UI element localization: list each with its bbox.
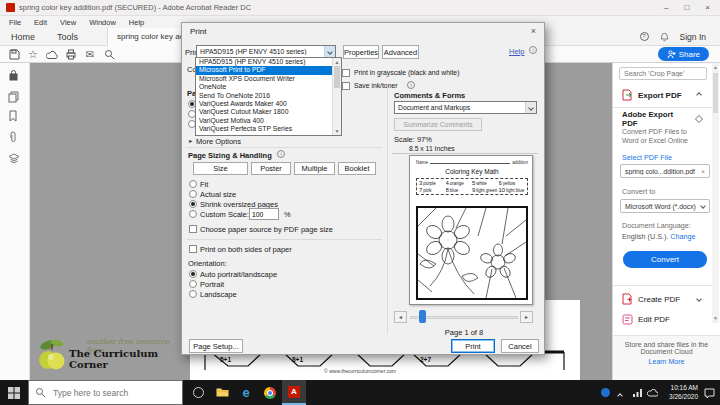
export-pdf-icon	[622, 89, 633, 101]
printer-option-selected[interactable]: Microsoft Print to PDF	[196, 66, 341, 74]
scrollbar-thumb[interactable]	[334, 66, 340, 88]
tab-home[interactable]: Home	[0, 28, 46, 46]
summarize-comments-button[interactable]: Summarize Comments	[394, 118, 482, 131]
dialog-close-icon[interactable]: ×	[531, 26, 536, 36]
save-button[interactable]	[6, 48, 22, 61]
portrait-radio[interactable]	[189, 280, 197, 288]
print-button[interactable]: Print	[451, 339, 495, 353]
menu-view[interactable]: View	[60, 18, 76, 27]
actual-size-radio[interactable]	[189, 190, 197, 198]
printer-option[interactable]: VariQuest Awards Maker 400	[196, 100, 341, 108]
scroll-up-icon[interactable]: ▲	[712, 64, 719, 70]
sign-in-link[interactable]: Sign In	[680, 32, 706, 42]
page-thumbnails-icon[interactable]	[8, 91, 19, 105]
printer-option[interactable]: Microsoft XPS Document Writer	[196, 75, 341, 83]
printer-list-scrollbar[interactable]: ▲ ▼	[332, 58, 341, 135]
next-page-button[interactable]: ►	[520, 311, 533, 323]
scroll-down-icon[interactable]: ▼	[712, 315, 719, 321]
maximize-button[interactable]: □	[684, 3, 689, 12]
menu-window[interactable]: Window	[89, 18, 116, 27]
menu-file[interactable]: File	[9, 18, 21, 27]
favorite-button[interactable]: ☆	[25, 48, 41, 61]
custom-scale-radio[interactable]	[189, 210, 197, 218]
file-explorer-button[interactable]	[210, 380, 234, 405]
help-link[interactable]: Help	[509, 47, 524, 56]
onedrive-icon[interactable]	[647, 388, 658, 397]
learn-more-link[interactable]: Learn More	[613, 358, 720, 365]
page-slider-track[interactable]	[410, 316, 518, 319]
properties-button[interactable]: Properties	[343, 45, 379, 59]
chrome-button[interactable]	[258, 380, 282, 405]
booklet-button[interactable]: Booklet	[338, 162, 376, 175]
clock[interactable]: 10:16 AM 3/26/2020	[669, 383, 698, 401]
change-language-link[interactable]: Change	[670, 232, 695, 241]
menu-edit[interactable]: Edit	[34, 18, 47, 27]
printer-option[interactable]: Send To OneNote 2016	[196, 92, 341, 100]
tray-expand-icon[interactable]	[618, 391, 622, 400]
fit-radio[interactable]	[189, 180, 197, 188]
scrollbar-thumb[interactable]	[713, 73, 718, 113]
help-icon[interactable]: ?	[640, 32, 649, 41]
format-dropdown[interactable]: Microsoft Word (*.docx)	[620, 199, 710, 213]
select-pdf-file-link[interactable]: Select PDF File	[622, 153, 672, 162]
create-pdf-tool[interactable]: Create PDF	[613, 291, 713, 307]
share-button[interactable]: Share	[658, 47, 709, 61]
comments-forms-dropdown[interactable]: Document and Markups	[394, 101, 537, 114]
page-slider-thumb[interactable]	[419, 310, 426, 323]
sidebar-scrollbar[interactable]: ▲ ▼	[712, 63, 719, 323]
export-pdf-tool[interactable]: Export PDF	[613, 87, 713, 103]
taskbar-search-input[interactable]	[28, 380, 183, 405]
paper-source-checkbox[interactable]	[189, 225, 197, 233]
attachments-icon[interactable]	[8, 131, 18, 146]
close-button[interactable]: ×	[705, 3, 710, 12]
custom-scale-input[interactable]	[249, 208, 279, 220]
grayscale-checkbox[interactable]	[342, 69, 350, 77]
poster-button[interactable]: Poster	[251, 162, 291, 175]
bell-icon[interactable]	[660, 32, 669, 42]
chevron-down-icon[interactable]	[696, 296, 702, 302]
multiple-button[interactable]: Multiple	[294, 162, 335, 175]
secured-lock-icon[interactable]	[8, 69, 19, 83]
email-button[interactable]: ✉	[82, 48, 98, 61]
both-sides-checkbox[interactable]	[189, 245, 197, 253]
advanced-button[interactable]: Advanced	[382, 45, 419, 59]
printer-option[interactable]: VariQuest Motiva 400	[196, 117, 341, 125]
printer-option[interactable]: VariQuest Perfecta STP Series	[196, 125, 341, 133]
selected-file-box[interactable]: spring colo...ddition.pdf ×	[620, 164, 710, 178]
size-button[interactable]: Size	[193, 162, 248, 175]
cloud-upload-button[interactable]	[44, 48, 60, 61]
minimize-button[interactable]: –	[664, 3, 668, 12]
security-tray-icon[interactable]	[601, 388, 610, 397]
save-ink-checkbox[interactable]	[342, 82, 350, 90]
scroll-down-icon[interactable]: ▼	[333, 128, 341, 134]
start-button[interactable]	[2, 380, 26, 405]
shrink-pages-radio[interactable]	[189, 200, 197, 208]
bookmarks-icon[interactable]	[8, 110, 18, 124]
cortana-button[interactable]	[186, 380, 210, 405]
layers-icon[interactable]	[8, 153, 20, 166]
printer-option[interactable]: OneNote	[196, 83, 341, 91]
landscape-radio[interactable]	[189, 290, 197, 298]
convert-button[interactable]: Convert	[623, 251, 707, 268]
more-options-link[interactable]: More Options	[196, 137, 241, 146]
notification-icon[interactable]	[704, 388, 715, 398]
scroll-up-icon[interactable]: ▲	[333, 59, 341, 65]
printer-dropdown[interactable]: HPA5D915 (HP ENVY 4510 series)	[196, 45, 336, 58]
tab-tools[interactable]: Tools	[46, 28, 89, 46]
chevron-up-icon[interactable]	[696, 92, 702, 98]
edge-button[interactable]: e	[234, 380, 258, 405]
printer-option[interactable]: HPA5D915 (HP ENVY 4510 series)	[196, 58, 341, 66]
remove-file-icon[interactable]: ×	[701, 168, 705, 175]
network-icon[interactable]	[633, 388, 643, 397]
sidebar-search-input[interactable]	[619, 67, 707, 80]
zoom-button[interactable]	[101, 48, 117, 61]
print-button[interactable]	[63, 48, 79, 61]
page-setup-button[interactable]: Page Setup...	[189, 339, 243, 353]
auto-orientation-radio[interactable]	[189, 270, 197, 278]
previous-page-button[interactable]: ◄	[394, 311, 407, 323]
menu-help[interactable]: Help	[129, 18, 144, 27]
printer-option[interactable]: VariQuest Cutout Maker 1800	[196, 108, 341, 116]
acrobat-taskbar-button[interactable]: A	[282, 380, 306, 405]
cancel-button[interactable]: Cancel	[501, 339, 539, 353]
edit-pdf-tool[interactable]: Edit PDF	[613, 311, 713, 327]
